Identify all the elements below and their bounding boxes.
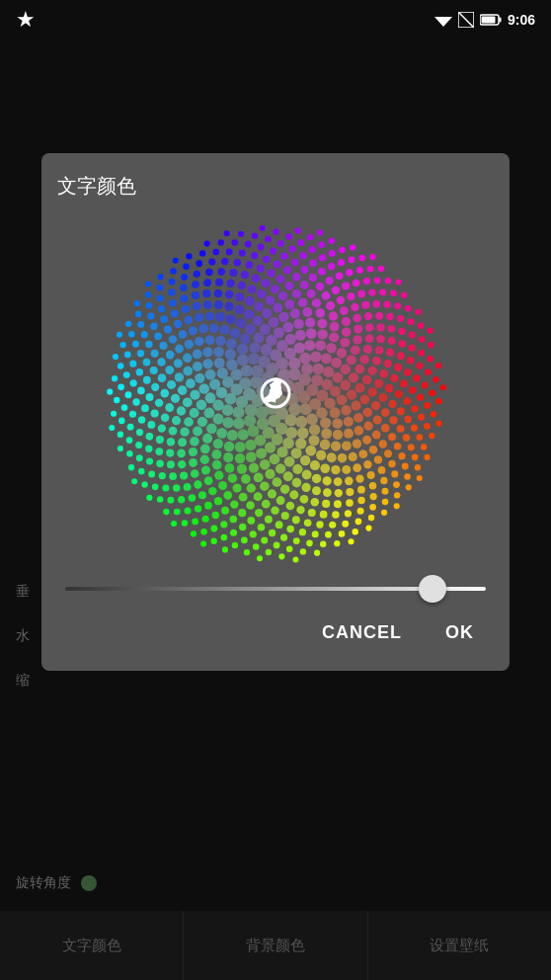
wifi-icon xyxy=(434,13,452,27)
ok-button[interactable]: OK xyxy=(433,614,486,651)
signal-icon xyxy=(458,12,474,28)
color-wheel-container[interactable] xyxy=(57,215,494,571)
color-picker-dialog: 文字颜色 CANCEL OK xyxy=(41,153,510,671)
svg-marker-0 xyxy=(434,17,452,27)
cancel-button[interactable]: CANCEL xyxy=(310,614,414,651)
color-wheel[interactable] xyxy=(98,215,453,571)
dialog-buttons: CANCEL OK xyxy=(57,614,494,651)
battery-icon xyxy=(480,14,502,26)
dialog-title: 文字颜色 xyxy=(57,173,494,200)
brightness-slider[interactable] xyxy=(65,587,486,591)
brightness-slider-container xyxy=(57,587,494,591)
status-bar: ★ 9:06 xyxy=(0,0,551,40)
svg-rect-4 xyxy=(499,18,501,23)
svg-rect-5 xyxy=(481,17,495,24)
svg-line-2 xyxy=(458,12,474,28)
star-icon: ★ xyxy=(16,7,36,33)
time-display: 9:06 xyxy=(508,12,535,28)
status-right: 9:06 xyxy=(434,12,535,28)
